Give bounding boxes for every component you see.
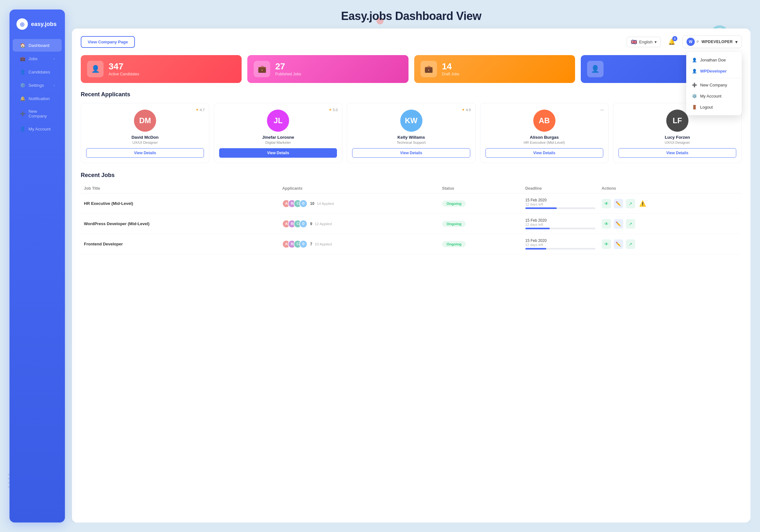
status-cell: Ongoing [439,193,522,214]
account-name: WPDEVELOPER [701,40,733,44]
dropdown-divider [686,78,742,78]
progress-fill [525,248,546,250]
applicant-role-david: UX/UI Designer [86,141,204,144]
avatar-placeholder: DM [134,110,156,132]
main-content: Easy.jobs Dashboard View View Company Pa… [65,10,750,522]
stat-number-draft: 14 [442,62,459,72]
stat-number-published: 27 [275,62,301,72]
view-details-button-alison[interactable]: View Details [486,148,603,158]
progress-bar [525,228,595,229]
notification-button[interactable]: 🔔 3 [666,36,677,47]
sidebar: ◎ easy.jobs 🏠 Dashboard 💼 Jobs › 👤 Candi… [10,10,65,522]
applicant-count: 7 [310,242,312,246]
sidebar-item-label: New Company [28,109,55,119]
user-icon: 👤 [692,69,697,73]
settings-icon: ⚙️ [20,82,25,88]
applicant-count: 9 [310,222,312,226]
view-company-button[interactable]: View Company Page [81,36,135,48]
applied-text: 14 Applied [317,202,334,206]
view-details-button-lucy[interactable]: View Details [618,148,736,158]
chevron-right-icon: › [54,83,55,87]
sidebar-item-settings[interactable]: ⚙️ Settings › [13,79,62,91]
applicant-avatar-kelly: KW [400,110,422,132]
status-badge: Ongoing [442,200,466,207]
table-row: WordPress Developer (Mid-Level) A B C D … [81,214,742,234]
progress-bar [525,208,595,209]
col-actions: Actions [598,184,742,193]
status-badge: Ongoing [442,241,466,247]
sidebar-item-jobs[interactable]: 💼 Jobs › [13,52,62,65]
applicant-card-david: ★ 4.7 DM David McDon UX/UI Designer View… [81,103,209,163]
recent-applicants-title: Recent Applicants [81,91,742,98]
applicant-rating-jinefar: ★ 5.0 [329,108,338,112]
edit-action-button[interactable]: ✏️ [614,199,623,208]
avatar-placeholder: AB [533,110,555,132]
avatar-placeholder: KW [400,110,422,132]
account-icon: 👤 [20,126,25,132]
applicant-name-david: David McDon [86,135,204,140]
view-action-button[interactable]: 👁 [602,219,611,229]
wp-circle: W [687,38,695,46]
applicant-card-kelly: ★ 4.9 KW Kelly Willams Technical Support… [347,103,475,163]
sidebar-item-candidates[interactable]: 👤 Candidates [13,66,62,78]
draft-stat-icon: 💼 [420,61,437,77]
applicant-avatar-alison: AB [533,110,555,132]
account-dropdown-trigger[interactable]: W P WPDEVELOPER ▾ [683,35,742,48]
avatar-placeholder: JL [267,110,289,132]
applicant-role-jinefar: Digital Marketer [219,141,337,144]
language-selector[interactable]: 🇬🇧 English ▾ [627,37,661,47]
view-details-button-david[interactable]: View Details [86,148,204,158]
dropdown-item-my-account[interactable]: ⚙️ My Account [686,91,742,102]
sidebar-item-dashboard[interactable]: 🏠 Dashboard [13,39,62,52]
stat-number-candidates: 347 [109,62,139,72]
edit-action-button[interactable]: ✏️ [614,219,623,229]
col-applicants: Applicants [279,184,439,193]
applicant-name-kelly: Kelly Willams [352,135,470,140]
dropdown-item-jonathan[interactable]: 👤 Jonathan Doe [686,55,742,66]
logo-icon: ◎ [17,18,28,30]
page-title: Easy.jobs Dashboard View [72,10,750,23]
edit-action-button[interactable]: ✏️ [614,239,623,249]
sidebar-logo: ◎ easy.jobs [10,18,65,39]
col-deadline: Deadline [522,184,598,193]
applied-text: 12 Applied [315,222,332,226]
view-action-button[interactable]: 👁 [602,239,611,249]
star-icon: ★ [196,108,199,112]
avatar-mini: D [299,240,308,248]
view-details-button-jinefar[interactable]: View Details [219,148,337,158]
view-details-button-kelly[interactable]: View Details [352,148,470,158]
table-row: Frontend Developer A B C D 7 10 App [81,234,742,254]
plus-icon: ➕ [20,111,25,117]
stat-card-published: 💼 27 Published Jobs [247,55,408,83]
gear-icon: ⚙️ [692,94,697,98]
dropdown-item-logout[interactable]: 🚪 Logout [686,102,742,113]
applicant-name-alison: Alison Burgas [486,135,603,140]
dropdown-item-new-company[interactable]: ➕ New Company [686,79,742,91]
sidebar-item-notification[interactable]: 🔔 Notification [13,92,62,105]
sidebar-item-my-account[interactable]: 👤 My Account [13,122,62,135]
view-action-button[interactable]: 👁 [602,199,611,208]
applicant-name-jinefar: Jinefar Lorosne [219,135,337,140]
dropdown-item-label: New Company [700,83,727,87]
dropdown-item-wpdeveloper[interactable]: 👤 WPDeveloper [686,66,742,76]
applicants-cell: A B C D 9 12 Applied [279,214,439,234]
user-icon: 👤 [692,58,697,62]
applicant-avatar-david: DM [134,110,156,132]
stat-label-draft: Draft Jobs [442,72,459,76]
progress-fill [525,228,550,229]
stat-card-candidates: 👤 347 Active Candidates [81,55,242,83]
wp-text: P [697,40,699,44]
published-stat-icon: 💼 [254,61,270,77]
sidebar-item-new-company[interactable]: ➕ New Company [13,106,62,122]
deadline-days: 12 days left [525,222,595,226]
sidebar-item-label: Dashboard [28,43,49,48]
share-action-button[interactable]: ↗ [626,219,635,229]
applicants-cell: A B C D 10 14 Applied [279,193,439,214]
star-icon: ★ [329,108,332,112]
applicant-avatar-jinefar: JL [267,110,289,132]
applicant-name-lucy: Lucy Forzen [618,135,736,140]
share-action-button[interactable]: ↗ [626,239,635,249]
rating-empty-icon: — [600,108,604,112]
actions-cell: 👁 ✏️ ↗ [598,234,742,254]
share-action-button[interactable]: ↗ [626,199,635,208]
